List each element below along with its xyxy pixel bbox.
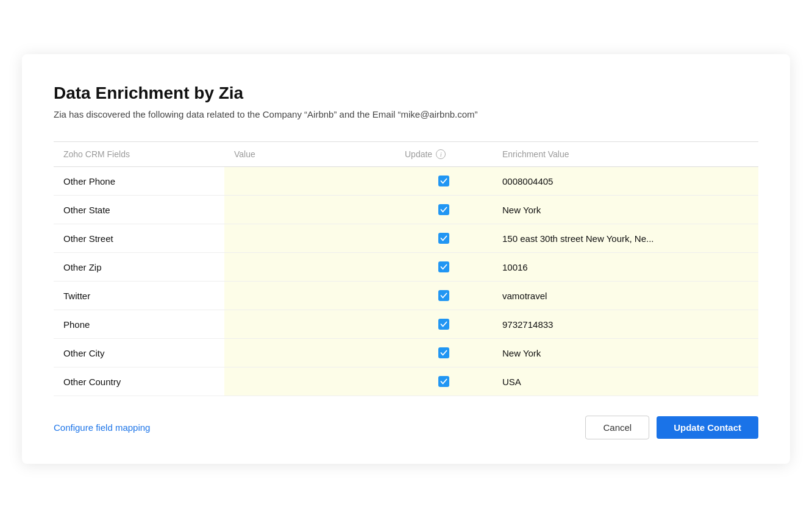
col-header-crm: Zoho CRM Fields <box>54 142 224 167</box>
enrichment-value-cell: 10016 <box>493 253 758 282</box>
enrichment-table: Zoho CRM Fields Value Update i Enrichmen… <box>54 141 758 396</box>
update-cell[interactable] <box>395 310 493 339</box>
update-label: Update <box>405 149 432 159</box>
update-checkbox[interactable] <box>438 261 449 272</box>
update-checkbox[interactable] <box>438 204 449 215</box>
value-cell <box>224 282 395 310</box>
enrichment-value-cell: 0008004405 <box>493 167 758 196</box>
enrichment-value-cell: 9732714833 <box>493 310 758 339</box>
update-checkbox[interactable] <box>438 376 449 387</box>
crm-field-cell: Other City <box>54 339 224 367</box>
value-cell <box>224 367 395 396</box>
update-contact-button[interactable]: Update Contact <box>657 416 758 439</box>
update-cell[interactable] <box>395 224 493 253</box>
configure-field-mapping-link[interactable]: Configure field mapping <box>54 422 150 433</box>
crm-field-cell: Other Country <box>54 367 224 396</box>
update-cell[interactable] <box>395 339 493 367</box>
table-row: Phone9732714833 <box>54 310 758 339</box>
update-checkbox[interactable] <box>438 319 449 330</box>
value-cell <box>224 224 395 253</box>
crm-field-cell: Twitter <box>54 282 224 310</box>
enrichment-value-cell: vamotravel <box>493 282 758 310</box>
update-cell[interactable] <box>395 282 493 310</box>
update-checkbox[interactable] <box>438 233 449 244</box>
update-cell[interactable] <box>395 367 493 396</box>
table-row: Other StateNew York <box>54 196 758 224</box>
col-header-value: Value <box>224 142 395 167</box>
enrichment-value-cell: 150 east 30th street New Yourk, Ne... <box>493 224 758 253</box>
col-header-enrichment: Enrichment Value <box>493 142 758 167</box>
table-row: Twittervamotravel <box>54 282 758 310</box>
update-cell[interactable] <box>395 167 493 196</box>
enrichment-value-cell: New York <box>493 196 758 224</box>
col-header-update: Update i <box>395 142 493 167</box>
value-cell <box>224 196 395 224</box>
update-checkbox[interactable] <box>438 290 449 301</box>
footer-buttons: Cancel Update Contact <box>585 416 758 439</box>
value-cell <box>224 310 395 339</box>
table-row: Other Zip10016 <box>54 253 758 282</box>
footer-row: Configure field mapping Cancel Update Co… <box>54 416 758 439</box>
table-row: Other CityNew York <box>54 339 758 367</box>
enrichment-value-cell: New York <box>493 339 758 367</box>
info-icon[interactable]: i <box>436 149 446 159</box>
value-cell <box>224 167 395 196</box>
crm-field-cell: Phone <box>54 310 224 339</box>
table-row: Other CountryUSA <box>54 367 758 396</box>
page-title: Data Enrichment by Zia <box>54 83 758 103</box>
modal-container: Data Enrichment by Zia Zia has discovere… <box>22 54 790 464</box>
table-row: Other Street150 east 30th street New You… <box>54 224 758 253</box>
enrichment-value-cell: USA <box>493 367 758 396</box>
table-row: Other Phone0008004405 <box>54 167 758 196</box>
crm-field-cell: Other Zip <box>54 253 224 282</box>
page-subtitle: Zia has discovered the following data re… <box>54 109 758 119</box>
update-checkbox[interactable] <box>438 176 449 186</box>
crm-field-cell: Other Phone <box>54 167 224 196</box>
cancel-button[interactable]: Cancel <box>585 416 649 439</box>
table-header-row: Zoho CRM Fields Value Update i Enrichmen… <box>54 142 758 167</box>
update-cell[interactable] <box>395 196 493 224</box>
value-cell <box>224 253 395 282</box>
update-cell[interactable] <box>395 253 493 282</box>
update-checkbox[interactable] <box>438 347 449 358</box>
crm-field-cell: Other Street <box>54 224 224 253</box>
value-cell <box>224 339 395 367</box>
crm-field-cell: Other State <box>54 196 224 224</box>
